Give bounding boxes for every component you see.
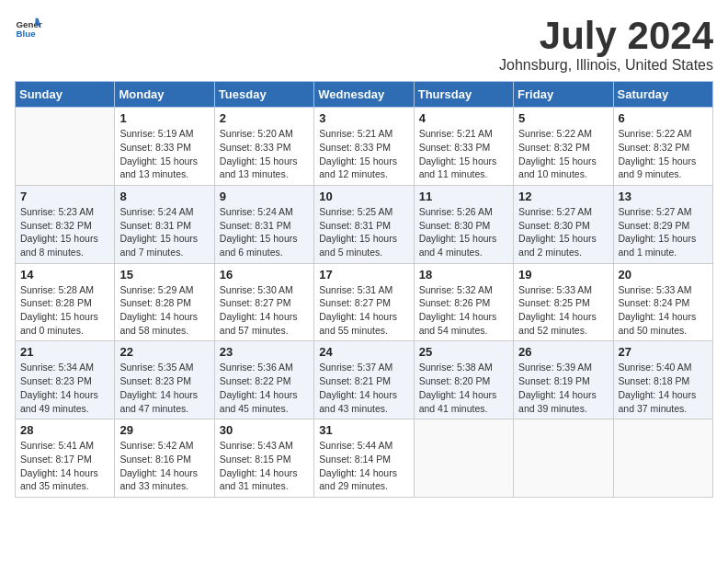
- day-info: Sunrise: 5:42 AM Sunset: 8:16 PM Dayligh…: [119, 439, 209, 493]
- day-number: 30: [220, 423, 309, 437]
- title-area: July 2024 Johnsburg, Illinois, United St…: [499, 15, 713, 74]
- day-info: Sunrise: 5:22 AM Sunset: 8:32 PM Dayligh…: [518, 127, 608, 181]
- calendar-cell: 8Sunrise: 5:24 AM Sunset: 8:31 PM Daylig…: [115, 185, 214, 263]
- day-info: Sunrise: 5:28 AM Sunset: 8:28 PM Dayligh…: [20, 283, 109, 338]
- day-info: Sunrise: 5:22 AM Sunset: 8:32 PM Dayligh…: [619, 127, 708, 181]
- day-number: 16: [220, 268, 309, 282]
- calendar-cell: 28Sunrise: 5:41 AM Sunset: 8:17 PM Dayli…: [16, 419, 115, 498]
- calendar-cell: 11Sunrise: 5:26 AM Sunset: 8:30 PM Dayli…: [414, 185, 513, 263]
- calendar-cell: 19Sunrise: 5:33 AM Sunset: 8:25 PM Dayli…: [514, 263, 613, 341]
- day-number: 17: [319, 268, 408, 282]
- calendar-cell: 27Sunrise: 5:40 AM Sunset: 8:18 PM Dayli…: [613, 341, 712, 419]
- day-info: Sunrise: 5:32 AM Sunset: 8:26 PM Dayligh…: [419, 283, 508, 338]
- day-number: 28: [20, 423, 109, 437]
- day-info: Sunrise: 5:29 AM Sunset: 8:28 PM Dayligh…: [119, 283, 209, 338]
- calendar-week-row: 14Sunrise: 5:28 AM Sunset: 8:28 PM Dayli…: [16, 263, 713, 341]
- day-number: 12: [518, 190, 608, 203]
- calendar-cell: 24Sunrise: 5:37 AM Sunset: 8:21 PM Dayli…: [314, 341, 414, 419]
- day-info: Sunrise: 5:25 AM Sunset: 8:31 PM Dayligh…: [319, 205, 408, 259]
- day-info: Sunrise: 5:31 AM Sunset: 8:27 PM Dayligh…: [319, 283, 408, 338]
- day-number: 25: [419, 345, 508, 359]
- day-number: 29: [119, 423, 209, 437]
- calendar-cell: 17Sunrise: 5:31 AM Sunset: 8:27 PM Dayli…: [314, 263, 414, 341]
- calendar-cell: 26Sunrise: 5:39 AM Sunset: 8:19 PM Dayli…: [514, 341, 613, 419]
- calendar-cell: 30Sunrise: 5:43 AM Sunset: 8:15 PM Dayli…: [214, 419, 313, 498]
- svg-text:Blue: Blue: [17, 29, 37, 39]
- day-info: Sunrise: 5:33 AM Sunset: 8:24 PM Dayligh…: [619, 283, 708, 338]
- calendar-cell: [613, 419, 712, 498]
- day-info: Sunrise: 5:27 AM Sunset: 8:30 PM Dayligh…: [518, 205, 608, 259]
- day-info: Sunrise: 5:35 AM Sunset: 8:23 PM Dayligh…: [119, 361, 209, 415]
- calendar-cell: 31Sunrise: 5:44 AM Sunset: 8:14 PM Dayli…: [314, 419, 414, 498]
- day-number: 8: [119, 190, 209, 203]
- calendar-cell: [514, 419, 613, 498]
- day-info: Sunrise: 5:30 AM Sunset: 8:27 PM Dayligh…: [220, 283, 309, 338]
- calendar-cell: 10Sunrise: 5:25 AM Sunset: 8:31 PM Dayli…: [314, 185, 414, 263]
- day-number: 13: [619, 190, 708, 203]
- calendar-cell: 5Sunrise: 5:22 AM Sunset: 8:32 PM Daylig…: [514, 108, 613, 186]
- month-title: July 2024: [499, 15, 713, 57]
- day-number: 4: [419, 111, 508, 125]
- day-info: Sunrise: 5:43 AM Sunset: 8:15 PM Dayligh…: [220, 439, 309, 493]
- day-info: Sunrise: 5:37 AM Sunset: 8:21 PM Dayligh…: [319, 361, 408, 415]
- calendar-cell: 1Sunrise: 5:19 AM Sunset: 8:33 PM Daylig…: [115, 108, 214, 186]
- calendar-cell: 25Sunrise: 5:38 AM Sunset: 8:20 PM Dayli…: [414, 341, 513, 419]
- day-number: 23: [220, 345, 309, 359]
- day-info: Sunrise: 5:26 AM Sunset: 8:30 PM Dayligh…: [419, 205, 508, 259]
- day-number: 15: [119, 268, 209, 282]
- calendar-week-row: 7Sunrise: 5:23 AM Sunset: 8:32 PM Daylig…: [16, 185, 713, 263]
- day-number: 18: [419, 268, 508, 282]
- day-number: 24: [319, 345, 408, 359]
- weekday-header: Thursday: [414, 82, 513, 108]
- logo: General Blue: [15, 15, 42, 42]
- weekday-header: Saturday: [613, 82, 712, 108]
- day-info: Sunrise: 5:38 AM Sunset: 8:20 PM Dayligh…: [419, 361, 508, 415]
- day-number: 2: [220, 111, 309, 125]
- location-title: Johnsburg, Illinois, United States: [499, 57, 713, 74]
- day-number: 5: [518, 111, 608, 125]
- day-number: 14: [20, 268, 109, 282]
- weekday-header: Tuesday: [214, 82, 313, 108]
- day-number: 19: [518, 268, 608, 282]
- calendar-cell: 15Sunrise: 5:29 AM Sunset: 8:28 PM Dayli…: [115, 263, 214, 341]
- calendar-cell: 29Sunrise: 5:42 AM Sunset: 8:16 PM Dayli…: [115, 419, 214, 498]
- page-header: General Blue July 2024 Johnsburg, Illino…: [15, 15, 713, 74]
- day-number: 10: [319, 190, 408, 203]
- weekday-header: Sunday: [16, 82, 115, 108]
- calendar-cell: 21Sunrise: 5:34 AM Sunset: 8:23 PM Dayli…: [16, 341, 115, 419]
- calendar-week-row: 1Sunrise: 5:19 AM Sunset: 8:33 PM Daylig…: [16, 108, 713, 186]
- calendar-cell: 14Sunrise: 5:28 AM Sunset: 8:28 PM Dayli…: [16, 263, 115, 341]
- day-number: 27: [619, 345, 708, 359]
- calendar-cell: 6Sunrise: 5:22 AM Sunset: 8:32 PM Daylig…: [613, 108, 712, 186]
- day-info: Sunrise: 5:21 AM Sunset: 8:33 PM Dayligh…: [319, 127, 408, 181]
- calendar-cell: 2Sunrise: 5:20 AM Sunset: 8:33 PM Daylig…: [214, 108, 313, 186]
- day-number: 26: [518, 345, 608, 359]
- calendar-cell: 23Sunrise: 5:36 AM Sunset: 8:22 PM Dayli…: [214, 341, 313, 419]
- weekday-header: Monday: [115, 82, 214, 108]
- calendar-cell: 12Sunrise: 5:27 AM Sunset: 8:30 PM Dayli…: [514, 185, 613, 263]
- day-number: 11: [419, 190, 508, 203]
- day-info: Sunrise: 5:36 AM Sunset: 8:22 PM Dayligh…: [220, 361, 309, 415]
- calendar-cell: 3Sunrise: 5:21 AM Sunset: 8:33 PM Daylig…: [314, 108, 414, 186]
- calendar-cell: 16Sunrise: 5:30 AM Sunset: 8:27 PM Dayli…: [214, 263, 313, 341]
- day-info: Sunrise: 5:40 AM Sunset: 8:18 PM Dayligh…: [619, 361, 708, 415]
- day-info: Sunrise: 5:41 AM Sunset: 8:17 PM Dayligh…: [20, 439, 109, 493]
- calendar-week-row: 28Sunrise: 5:41 AM Sunset: 8:17 PM Dayli…: [16, 419, 713, 498]
- day-info: Sunrise: 5:19 AM Sunset: 8:33 PM Dayligh…: [119, 127, 209, 181]
- calendar-table: SundayMondayTuesdayWednesdayThursdayFrid…: [15, 81, 713, 498]
- calendar-cell: 13Sunrise: 5:27 AM Sunset: 8:29 PM Dayli…: [613, 185, 712, 263]
- day-info: Sunrise: 5:24 AM Sunset: 8:31 PM Dayligh…: [220, 205, 309, 259]
- day-number: 22: [119, 345, 209, 359]
- calendar-cell: 4Sunrise: 5:21 AM Sunset: 8:33 PM Daylig…: [414, 108, 513, 186]
- day-info: Sunrise: 5:44 AM Sunset: 8:14 PM Dayligh…: [319, 439, 408, 493]
- day-number: 1: [119, 111, 209, 125]
- calendar-cell: 20Sunrise: 5:33 AM Sunset: 8:24 PM Dayli…: [613, 263, 712, 341]
- day-number: 31: [319, 423, 408, 437]
- calendar-cell: [414, 419, 513, 498]
- calendar-week-row: 21Sunrise: 5:34 AM Sunset: 8:23 PM Dayli…: [16, 341, 713, 419]
- day-info: Sunrise: 5:21 AM Sunset: 8:33 PM Dayligh…: [419, 127, 508, 181]
- day-number: 9: [220, 190, 309, 203]
- calendar-cell: 7Sunrise: 5:23 AM Sunset: 8:32 PM Daylig…: [16, 185, 115, 263]
- day-info: Sunrise: 5:27 AM Sunset: 8:29 PM Dayligh…: [619, 205, 708, 259]
- calendar-cell: [16, 108, 115, 186]
